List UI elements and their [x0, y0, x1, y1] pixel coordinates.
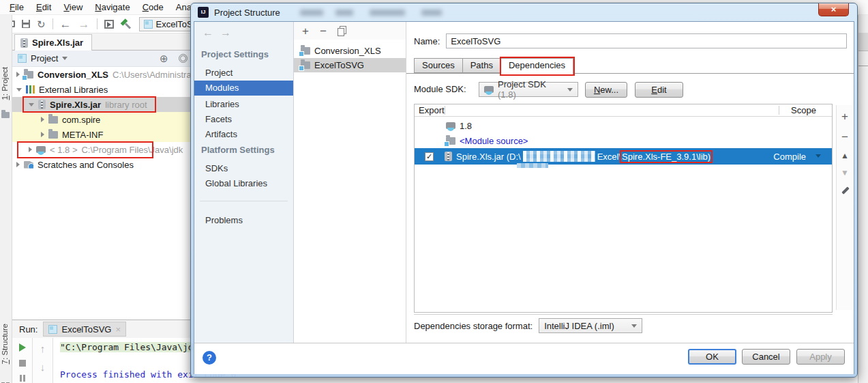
sidebar-item-global-libraries[interactable]: Global Libraries: [194, 176, 293, 191]
ok-button[interactable]: OK: [688, 349, 736, 365]
apply-button[interactable]: Apply: [796, 349, 845, 365]
package-icon: [48, 116, 58, 124]
scroll-block: [858, 33, 868, 51]
chevron-right-icon[interactable]: [16, 72, 20, 77]
chevron-down-icon[interactable]: [815, 154, 821, 158]
help-icon[interactable]: ?: [203, 351, 216, 365]
forward-icon[interactable]: →: [220, 27, 231, 38]
sidebar-item-project[interactable]: Project: [194, 66, 293, 81]
run-console[interactable]: "C:\Program Files\Java\jdk Process finis…: [56, 338, 191, 383]
name-input[interactable]: [446, 33, 847, 48]
add-icon[interactable]: +: [841, 111, 848, 122]
menu-code[interactable]: Code: [136, 1, 170, 14]
sidebar-item-modules[interactable]: Modules: [194, 81, 293, 96]
down-arrow-icon[interactable]: ↓: [40, 362, 46, 372]
sidebar-item-libraries[interactable]: Libraries: [194, 97, 293, 112]
package-icon: [48, 131, 58, 139]
copy-icon[interactable]: [338, 28, 344, 36]
console-command-line: "C:\Program Files\Java\jdk: [60, 342, 199, 352]
edit-pencil-icon[interactable]: [840, 186, 850, 195]
tree-item-com-spire[interactable]: com.spire: [12, 112, 191, 127]
save-icon[interactable]: [22, 20, 30, 28]
tree-item-meta-inf[interactable]: META-INF: [12, 127, 191, 142]
remove-icon[interactable]: −: [320, 25, 327, 37]
cancel-button[interactable]: Cancel: [742, 349, 790, 365]
move-down-icon[interactable]: ▼: [841, 169, 849, 177]
tree-item-external-libraries[interactable]: External Libraries: [12, 82, 191, 97]
chevron-down-icon[interactable]: [29, 103, 34, 107]
project-stripe-icon: [1, 112, 10, 118]
sidebar-item-problems[interactable]: Problems: [194, 213, 293, 228]
jar-icon: [20, 38, 28, 48]
divider: [858, 66, 868, 66]
run-window-icon[interactable]: [104, 20, 114, 29]
tool-window-button-project[interactable]: 1: Project: [1, 67, 9, 100]
column-export[interactable]: Export: [419, 105, 445, 115]
new-sdk-button[interactable]: New...: [585, 82, 627, 98]
menu-lines-icon[interactable]: ≡: [40, 380, 46, 383]
move-up-icon[interactable]: ▲: [841, 152, 849, 160]
storage-format-select[interactable]: IntelliJ IDEA (.iml): [539, 318, 642, 333]
scope-value[interactable]: Compile: [773, 152, 806, 162]
tree-item-label: Scratches and Consoles: [38, 160, 134, 170]
dialog-close-button[interactable]: ×: [818, 3, 849, 16]
menu-file[interactable]: File: [3, 1, 30, 14]
gear-icon[interactable]: [179, 54, 188, 63]
sidebar-item-facets[interactable]: Facets: [194, 112, 293, 127]
build-hammer-icon[interactable]: [121, 19, 131, 29]
locate-icon[interactable]: ⊕: [160, 53, 168, 63]
tree-item-conversion-xls[interactable]: Conversion_XLS C:\Users\Administra: [12, 67, 191, 82]
chevron-right-icon[interactable]: [41, 132, 44, 137]
menu-edit[interactable]: Edit: [30, 1, 57, 14]
back-icon[interactable]: ←: [203, 27, 213, 38]
menu-navigate[interactable]: Navigate: [89, 1, 136, 14]
tree-item-label: External Libraries: [39, 85, 108, 95]
menu-view[interactable]: View: [57, 1, 89, 14]
close-icon[interactable]: ×: [115, 325, 121, 334]
remove-icon[interactable]: −: [841, 131, 848, 143]
column-scope[interactable]: Scope: [791, 105, 816, 115]
chevron-right-icon[interactable]: [16, 162, 20, 167]
back-icon[interactable]: ←: [60, 18, 72, 30]
chevron-right-icon[interactable]: [29, 147, 32, 152]
dialog-title-bar[interactable]: IJ Project Structure: [191, 3, 857, 21]
sidebar-item-sdks[interactable]: SDKs: [194, 161, 293, 176]
tab-rule: [406, 73, 854, 74]
sync-icon[interactable]: ↻: [37, 19, 46, 29]
main-toolbar: ↻ ← → ExcelToS: [0, 15, 191, 33]
tab-paths[interactable]: Paths: [463, 58, 501, 73]
stop-icon[interactable]: [19, 360, 26, 367]
tab-sources[interactable]: Sources: [414, 58, 463, 73]
chevron-right-icon[interactable]: [41, 117, 44, 122]
tab-dependencies[interactable]: Dependencies: [501, 58, 573, 74]
project-tree: Conversion_XLS C:\Users\Administra Exter…: [12, 67, 191, 320]
pause-icon[interactable]: [20, 375, 25, 382]
tree-item-jdk-1-8[interactable]: < 1.8 > C:\Program Files\Java\jdk: [12, 142, 191, 157]
dependency-row-sdk[interactable]: 1.8: [415, 118, 832, 133]
sidebar-item-artifacts[interactable]: Artifacts: [194, 127, 293, 142]
run-tab-exceltosvg[interactable]: ExcelToSVG ×: [43, 322, 126, 337]
dependency-row-spire-xls-jar[interactable]: ✓ Spire.Xls.jar (D:\Excel\Spire.Xls-FE_3…: [415, 148, 832, 165]
tree-item-spire-xls-jar[interactable]: Spire.Xls.jar library root: [12, 97, 191, 112]
add-icon[interactable]: +: [302, 25, 309, 37]
tree-item-label: Spire.Xls.jar: [50, 100, 101, 110]
dependency-row-module-source[interactable]: <Module source>: [415, 133, 832, 148]
dependencies-table-header: Export Scope: [415, 104, 832, 117]
forward-icon[interactable]: →: [78, 18, 90, 30]
editor-tab-spire-xls-jar[interactable]: Spire.Xls.jar: [14, 34, 92, 51]
module-item-exceltosvg[interactable]: ExcelToSVG: [294, 58, 406, 72]
tool-window-button-structure[interactable]: 7: Structure: [1, 324, 9, 364]
sidebar-group-project-settings: Project Settings: [201, 49, 269, 59]
chevron-down-icon[interactable]: [16, 88, 22, 91]
chevron-down-icon[interactable]: [62, 57, 68, 60]
run-configuration-select[interactable]: ExcelToS: [139, 17, 191, 31]
tree-item-scratches[interactable]: Scratches and Consoles: [12, 157, 191, 172]
project-panel-title[interactable]: Project: [31, 53, 58, 63]
up-arrow-icon[interactable]: ↑: [40, 343, 46, 354]
module-sdk-label: Module SDK:: [414, 84, 466, 94]
rerun-icon[interactable]: [19, 343, 26, 352]
edit-sdk-button[interactable]: Edit: [635, 82, 683, 98]
module-sdk-select[interactable]: Project SDK (1.8): [479, 82, 578, 97]
module-item-conversion-xls[interactable]: Conversion_XLS: [294, 44, 406, 58]
export-checkbox[interactable]: ✓: [425, 152, 434, 161]
